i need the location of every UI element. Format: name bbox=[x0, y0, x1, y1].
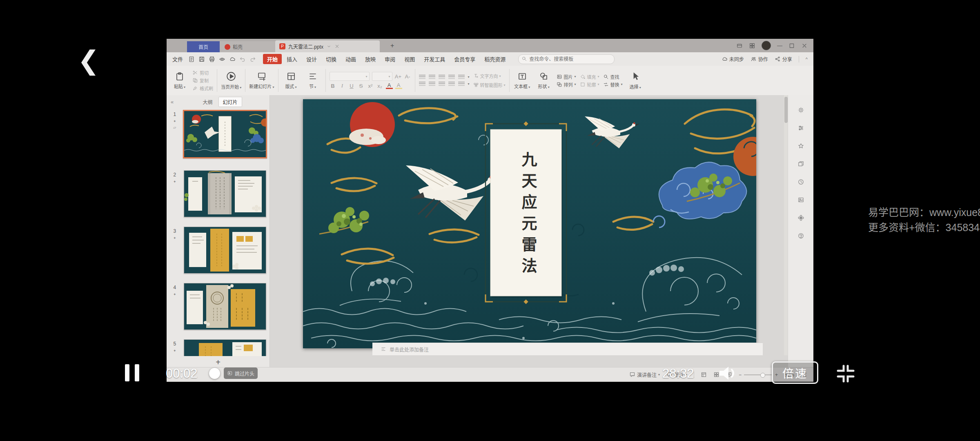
picture-button[interactable]: 图片▾ bbox=[557, 74, 576, 80]
ribbon-collapse-icon[interactable]: ^ bbox=[806, 57, 808, 62]
command-search[interactable] bbox=[518, 54, 615, 64]
slide-title-vertical-text[interactable]: 九天应元雷法 bbox=[517, 151, 539, 286]
slide-thumbnail-3[interactable] bbox=[184, 227, 266, 274]
tab-docer[interactable]: 稻壳 bbox=[220, 41, 275, 52]
panel-collapse-icon[interactable]: « bbox=[171, 99, 174, 105]
numbering-button[interactable] bbox=[429, 75, 435, 79]
menu-tab-member[interactable]: 会员专享 bbox=[450, 54, 479, 64]
menu-tab-insert[interactable]: 插入 bbox=[283, 54, 301, 64]
menu-tab-design[interactable]: 设计 bbox=[302, 54, 321, 64]
italic-button[interactable]: I bbox=[339, 82, 346, 89]
slide-thumbnail-2[interactable] bbox=[184, 170, 266, 217]
menu-tab-transition[interactable]: 切换 bbox=[322, 54, 341, 64]
history-icon[interactable] bbox=[797, 178, 804, 185]
font-size-select[interactable]: ▾ bbox=[372, 72, 392, 81]
tab-slides[interactable]: 幻灯片 bbox=[218, 97, 242, 107]
preview-icon[interactable] bbox=[219, 56, 225, 62]
text-direction-button[interactable]: 文字方向▾ bbox=[473, 73, 506, 79]
menu-tab-home[interactable]: 开始 bbox=[263, 54, 282, 64]
line-spacing-button[interactable] bbox=[458, 75, 465, 79]
paste-button[interactable]: 粘贴 ▾ bbox=[171, 71, 189, 89]
select-button[interactable]: 选择 ▾ bbox=[626, 71, 644, 90]
decrease-indent-button[interactable] bbox=[439, 75, 445, 79]
skip-intro-chip[interactable]: 跳过片头 bbox=[224, 368, 258, 379]
search-input[interactable] bbox=[518, 54, 615, 64]
slide-thumbnail-4[interactable] bbox=[184, 283, 266, 330]
layout-button[interactable]: 版式 ▾ bbox=[282, 71, 300, 89]
increase-indent-button[interactable] bbox=[448, 75, 455, 79]
print-icon[interactable] bbox=[209, 56, 215, 62]
cut-button[interactable]: 剪切 bbox=[192, 69, 213, 76]
slide-thumbnail-1[interactable] bbox=[183, 110, 267, 158]
menu-file[interactable]: 文件 bbox=[172, 55, 185, 63]
properties-icon[interactable] bbox=[797, 107, 804, 114]
menu-tab-devtools[interactable]: 开发工具 bbox=[420, 54, 449, 64]
align-center-button[interactable] bbox=[429, 82, 435, 86]
zoom-out-icon[interactable]: − bbox=[739, 372, 742, 378]
tab-document[interactable]: P 九天雷法二.pptx bbox=[275, 40, 380, 52]
menu-tab-slideshow[interactable]: 放映 bbox=[361, 54, 380, 64]
strikethrough-button[interactable]: S bbox=[358, 83, 365, 89]
bold-button[interactable]: B bbox=[330, 83, 336, 89]
scrollbar-thumb[interactable] bbox=[784, 97, 788, 123]
play-from-current-button[interactable]: 当页开始 ▾ bbox=[221, 71, 241, 90]
apps-grid-icon[interactable] bbox=[749, 42, 755, 49]
animation-pane-icon[interactable] bbox=[797, 125, 804, 131]
bullets-button[interactable] bbox=[419, 75, 425, 79]
copy-button[interactable]: 复制 bbox=[192, 77, 213, 84]
pause-button[interactable] bbox=[125, 364, 139, 381]
menu-tab-review[interactable]: 审阅 bbox=[381, 54, 399, 64]
save-icon[interactable] bbox=[198, 56, 205, 62]
volume-button[interactable] bbox=[717, 364, 738, 383]
slide-canvas[interactable]: 九天应元雷法 bbox=[303, 99, 756, 348]
menu-tab-view[interactable]: 视图 bbox=[400, 54, 419, 64]
section-button[interactable]: 节 ▾ bbox=[304, 71, 322, 89]
align-right-button[interactable] bbox=[439, 82, 445, 86]
layers-icon[interactable] bbox=[797, 160, 804, 167]
playback-speed-button[interactable]: 倍速 bbox=[772, 361, 818, 384]
fill-button[interactable]: 填充▾ bbox=[580, 74, 599, 80]
cloud-icon[interactable] bbox=[229, 56, 236, 62]
tab-home[interactable]: 首页 bbox=[187, 41, 220, 52]
new-slide-button[interactable]: 新建幻灯片 ▾ bbox=[249, 71, 274, 89]
new-doc-icon[interactable] bbox=[188, 56, 195, 62]
align-left-button[interactable] bbox=[419, 82, 425, 86]
normal-view-icon[interactable] bbox=[701, 372, 707, 378]
image-library-icon[interactable] bbox=[797, 196, 804, 203]
text-box-button[interactable]: 文本框 ▾ bbox=[513, 71, 531, 89]
outline-button[interactable]: 轮廓▾ bbox=[580, 81, 599, 88]
find-button[interactable]: 查找 bbox=[603, 74, 623, 80]
share-button[interactable]: 分享 bbox=[775, 56, 792, 62]
resources-icon[interactable] bbox=[797, 214, 804, 221]
exit-fullscreen-button[interactable] bbox=[835, 364, 856, 383]
tab-outline[interactable]: 大纲 bbox=[203, 98, 213, 105]
replace-button[interactable]: 替换▾ bbox=[603, 81, 623, 88]
subscript-button[interactable]: x₂ bbox=[376, 83, 383, 89]
seek-handle[interactable] bbox=[209, 368, 220, 379]
shapes-button[interactable]: 形状 ▾ bbox=[535, 71, 553, 89]
back-button[interactable]: ❮ bbox=[78, 47, 100, 74]
speaker-notes-toggle[interactable]: 演讲备注▾ bbox=[629, 371, 660, 378]
skin-icon[interactable] bbox=[736, 42, 743, 49]
highlight-button[interactable]: A bbox=[395, 82, 402, 89]
format-painter-button[interactable]: 格式刷 bbox=[192, 85, 213, 91]
tab-menu-icon[interactable] bbox=[326, 44, 332, 49]
menu-tab-animation[interactable]: 动画 bbox=[341, 54, 360, 64]
font-color-button[interactable]: A bbox=[386, 82, 393, 89]
justify-button[interactable] bbox=[448, 82, 455, 86]
notes-bar[interactable]: 单击此处添加备注 bbox=[372, 343, 763, 355]
avatar[interactable] bbox=[762, 41, 771, 50]
undo-icon[interactable] bbox=[239, 56, 246, 62]
help-icon[interactable] bbox=[797, 232, 804, 239]
collaborate-button[interactable]: 协作 bbox=[751, 56, 768, 62]
decrease-font-button[interactable]: A- bbox=[404, 74, 411, 80]
distribute-button[interactable] bbox=[458, 82, 465, 86]
superscript-button[interactable]: x² bbox=[367, 83, 374, 89]
font-family-select[interactable]: ▾ bbox=[330, 72, 370, 81]
close-button[interactable] bbox=[801, 42, 808, 49]
zoom-knob[interactable] bbox=[760, 373, 765, 378]
sync-status[interactable]: 未同步 bbox=[722, 56, 744, 62]
tab-close-icon[interactable] bbox=[334, 44, 340, 49]
favorites-icon[interactable] bbox=[797, 143, 804, 149]
redo-icon[interactable] bbox=[249, 56, 256, 62]
